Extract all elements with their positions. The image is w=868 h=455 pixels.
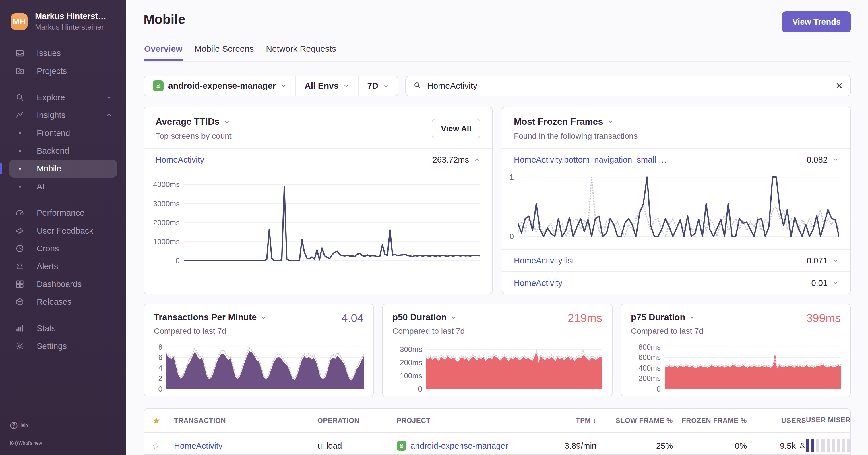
sidebar-item-performance[interactable]: Performance xyxy=(9,204,117,222)
sidebar-item-alerts[interactable]: Alerts xyxy=(9,257,117,275)
y-axis-labels: 01 xyxy=(504,172,518,237)
sidebar-item-stats[interactable]: Stats xyxy=(9,319,117,337)
tab-overview[interactable]: Overview xyxy=(144,42,183,61)
sidebar-item-issues[interactable]: Issues xyxy=(9,44,117,62)
card-subtitle: Compared to last 7d xyxy=(631,326,703,336)
chevron-up-icon[interactable] xyxy=(474,156,480,163)
sidebar-item-ai[interactable]: AI xyxy=(9,177,117,195)
sidebar-item-label: Performance xyxy=(37,208,84,218)
star-header-icon[interactable]: ★ xyxy=(152,416,174,425)
avg-ttid-chart[interactable] xyxy=(184,175,480,261)
bullet-icon xyxy=(9,168,30,170)
sidebar-item-releases[interactable]: Releases xyxy=(9,293,117,311)
col-operation[interactable]: OPERATION xyxy=(317,417,397,425)
chevron-down-icon[interactable] xyxy=(607,118,614,125)
chevron-down-icon[interactable] xyxy=(450,314,457,321)
environment-filter[interactable]: All Envs xyxy=(296,76,358,96)
col-users[interactable]: USERS xyxy=(747,417,806,425)
metric-value: 0.082 xyxy=(807,155,828,165)
search-bar: ✕ xyxy=(405,76,851,96)
transaction-link[interactable]: HomeActivity xyxy=(174,441,317,451)
metric-value: 263.72ms xyxy=(433,155,469,165)
card-title[interactable]: p50 Duration xyxy=(392,312,446,322)
p75-value: 399ms xyxy=(806,312,841,324)
frozen-row-list[interactable]: HomeActivity.list 0.071 xyxy=(502,250,850,272)
transaction-link[interactable]: HomeActivity.bottom_navigation_small … xyxy=(514,155,667,165)
sidebar-item-label: Frontend xyxy=(37,129,70,138)
sidebar-item-whats-new[interactable]: What's new xyxy=(9,434,117,452)
tpm-chart[interactable] xyxy=(166,341,364,390)
chevron-up-icon[interactable] xyxy=(832,156,839,163)
chevron-down-icon[interactable] xyxy=(224,118,230,125)
col-tpm-sorted[interactable]: TPM ↓ xyxy=(546,417,596,425)
broadcast-icon xyxy=(9,438,19,448)
frozen-row-bottom-navigation[interactable]: HomeActivity.bottom_navigation_small … 0… xyxy=(502,149,850,171)
sidebar-item-backend[interactable]: Backend xyxy=(9,142,117,160)
avatar[interactable]: MH xyxy=(11,13,28,30)
y-axis-labels: 0100ms200ms300ms xyxy=(392,341,426,390)
chevron-down-icon xyxy=(105,94,113,101)
sidebar-item-mobile[interactable]: Mobile xyxy=(9,160,117,177)
metric-value: 0.071 xyxy=(807,256,828,265)
chevron-down-icon[interactable] xyxy=(832,280,839,286)
average-ttids-card: Average TTIDs Top screens by count View … xyxy=(144,107,493,294)
frozen-frames-chart[interactable] xyxy=(518,172,839,237)
transaction-link[interactable]: HomeActivity.list xyxy=(514,256,575,265)
tab-network-requests[interactable]: Network Requests xyxy=(265,42,337,61)
sidebar-item-help[interactable]: Help xyxy=(9,417,117,434)
sidebar-item-explore[interactable]: Explore xyxy=(9,88,117,106)
tab-bar: Overview Mobile Screens Network Requests xyxy=(144,42,851,62)
col-user-misery[interactable]: USER MISERY xyxy=(806,416,851,425)
card-title[interactable]: Average TTIDs xyxy=(156,116,220,127)
sidebar-item-crons[interactable]: Crons xyxy=(9,239,117,257)
project-filter[interactable]: android-expense-manager xyxy=(144,76,296,96)
view-all-button[interactable]: View All xyxy=(432,119,480,138)
search-icon xyxy=(413,81,422,90)
issues-icon xyxy=(9,49,30,58)
col-slow-frame[interactable]: SLOW FRAME % xyxy=(596,417,673,425)
search-input[interactable] xyxy=(427,81,830,91)
chevron-down-icon[interactable] xyxy=(832,257,839,264)
chevron-down-icon[interactable] xyxy=(689,314,695,321)
user-misery-bars xyxy=(806,439,851,452)
graph-icon xyxy=(9,111,30,120)
transaction-link[interactable]: HomeActivity xyxy=(156,155,204,165)
col-project[interactable]: PROJECT xyxy=(397,417,546,425)
sidebar-item-insights[interactable]: Insights xyxy=(9,106,117,124)
ttid-row-homeactivity[interactable]: HomeActivity 263.72ms xyxy=(144,149,492,171)
org-switcher[interactable]: MH Markus Hinterst… Markus Hintersteiner xyxy=(0,0,126,32)
frozen-row-homeactivity[interactable]: HomeActivity 0.01 xyxy=(502,272,850,294)
clear-search-icon[interactable]: ✕ xyxy=(835,81,843,90)
sidebar-item-frontend[interactable]: Frontend xyxy=(9,124,117,142)
date-range-filter[interactable]: 7D xyxy=(358,76,398,96)
card-title[interactable]: Most Frozen Frames xyxy=(514,116,603,127)
sidebar-item-label: Projects xyxy=(37,66,67,76)
sidebar-item-label: Explore xyxy=(37,93,65,102)
sidebar-item-label: Dashboards xyxy=(37,280,82,289)
transaction-link[interactable]: HomeActivity xyxy=(514,278,562,288)
sidebar-item-label: AI xyxy=(37,182,44,191)
p50-duration-card: p50 Duration Compared to last 7d 219ms 0… xyxy=(382,304,613,396)
card-title[interactable]: Transactions Per Minute xyxy=(154,312,257,322)
filter-group: android-expense-manager All Envs 7D xyxy=(144,76,398,96)
col-transaction[interactable]: TRANSACTION xyxy=(174,417,317,425)
page-title: Mobile xyxy=(144,11,185,27)
p75-chart[interactable] xyxy=(665,341,841,390)
bullet-icon xyxy=(9,150,30,152)
sidebar-item-dashboards[interactable]: Dashboards xyxy=(9,275,117,293)
tab-mobile-screens[interactable]: Mobile Screens xyxy=(194,42,254,61)
p50-chart[interactable] xyxy=(426,341,602,390)
project-cell: android-expense-manager xyxy=(397,441,546,451)
view-trends-button[interactable]: View Trends xyxy=(782,11,851,32)
chevron-down-icon[interactable] xyxy=(260,314,267,321)
sidebar-item-label: Insights xyxy=(37,111,65,120)
active-edge-indicator xyxy=(0,163,2,174)
col-frozen-frame[interactable]: FROZEN FRAME % xyxy=(673,417,747,425)
sidebar-item-projects[interactable]: Projects xyxy=(9,62,117,80)
project-link[interactable]: android-expense-manager xyxy=(410,441,508,451)
sidebar-item-settings[interactable]: Settings xyxy=(9,337,117,355)
card-title[interactable]: p75 Duration xyxy=(631,312,685,322)
sidebar-item-user-feedback[interactable]: User Feedback xyxy=(9,222,117,239)
star-toggle-icon[interactable]: ☆ xyxy=(152,441,174,450)
sidebar-item-label: What's new xyxy=(19,440,42,446)
